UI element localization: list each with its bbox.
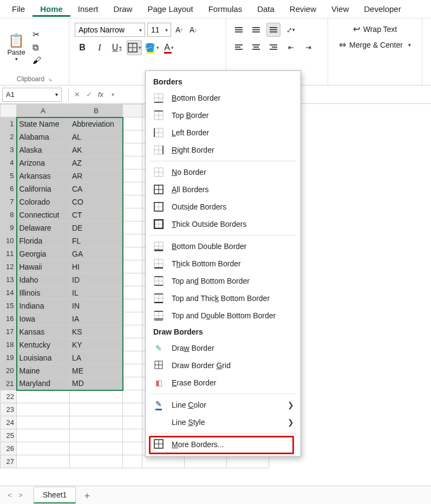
cell[interactable]: Kansas [17, 325, 70, 338]
row-header[interactable]: 6 [1, 182, 17, 195]
cell[interactable]: Arizona [17, 156, 70, 169]
cell[interactable] [142, 455, 185, 468]
row-header[interactable]: 15 [1, 299, 17, 312]
sheet-tab-active[interactable]: Sheet1 [34, 487, 76, 503]
row-header[interactable]: 17 [1, 325, 17, 338]
cell[interactable] [123, 377, 142, 390]
wrap-text-button[interactable]: ↩ Wrap Text [351, 23, 400, 35]
cell[interactable] [123, 273, 142, 286]
align-middle-button[interactable] [249, 23, 263, 37]
cell[interactable] [185, 455, 227, 468]
cell[interactable] [17, 429, 70, 442]
row-header[interactable]: 4 [1, 156, 17, 169]
cell[interactable] [123, 325, 142, 338]
cell[interactable] [123, 182, 142, 195]
cell[interactable] [17, 416, 70, 429]
border-menu-item[interactable]: ◧Erase Border [146, 374, 301, 391]
border-menu-item[interactable]: Left Border [146, 124, 301, 141]
border-menu-item[interactable]: Bottom Border [146, 89, 301, 107]
cell[interactable]: DE [70, 221, 123, 234]
cell[interactable]: IL [70, 286, 123, 299]
cell[interactable] [70, 429, 123, 442]
border-menu-item[interactable]: Top and Double Bottom Border [146, 307, 301, 324]
cell[interactable]: Georgia [17, 247, 70, 260]
row-header[interactable]: 2 [1, 130, 17, 143]
cell[interactable]: LA [70, 351, 123, 364]
cell[interactable] [70, 390, 123, 403]
cell[interactable] [123, 247, 142, 260]
orientation-button[interactable]: ⤢▾ [284, 23, 298, 37]
border-menu-item[interactable]: Top and Bottom Border [146, 272, 301, 290]
row-header[interactable]: 18 [1, 338, 17, 351]
row-header[interactable]: 19 [1, 351, 17, 364]
row-header[interactable]: 9 [1, 221, 17, 234]
select-all-corner[interactable] [1, 104, 17, 117]
row-header[interactable]: 27 [1, 455, 17, 468]
cell[interactable] [70, 403, 123, 416]
cell[interactable]: HI [70, 260, 123, 273]
cell[interactable]: AZ [70, 156, 123, 169]
cut-button[interactable]: ✂ [32, 29, 41, 40]
cell[interactable] [70, 455, 123, 468]
increase-font-size-button[interactable]: A↑ [173, 24, 185, 36]
align-top-button[interactable] [232, 23, 246, 37]
cell[interactable]: CO [70, 195, 123, 208]
cell[interactable] [123, 312, 142, 325]
cell[interactable]: Delaware [17, 221, 70, 234]
cell[interactable]: Abbreviation [70, 117, 123, 130]
cell[interactable] [123, 117, 142, 130]
cancel-formula-button[interactable]: ✕ [71, 90, 83, 99]
cell[interactable] [123, 338, 142, 351]
border-menu-item[interactable]: Top Border [146, 107, 301, 124]
decrease-font-size-button[interactable]: A↓ [187, 24, 199, 36]
fill-color-button[interactable]: 🪣▾ [144, 40, 159, 55]
cell[interactable] [123, 221, 142, 234]
tab-page-layout[interactable]: Page Layout [140, 1, 200, 17]
cell[interactable]: CT [70, 208, 123, 221]
tab-developer[interactable]: Developer [356, 1, 408, 17]
copy-button[interactable]: ⧉ [32, 43, 41, 53]
align-right-button[interactable] [266, 40, 280, 54]
border-menu-item[interactable]: ✎Draw Border [146, 339, 301, 357]
cell[interactable] [227, 455, 269, 468]
col-header-b[interactable]: B [70, 104, 123, 117]
cell[interactable] [123, 169, 142, 182]
decrease-indent-button[interactable]: ⇤ [284, 40, 298, 54]
cell[interactable]: Alabama [17, 130, 70, 143]
merge-center-button[interactable]: ⇔ Merge & Center ▾ [337, 38, 413, 51]
cell[interactable]: KS [70, 325, 123, 338]
cell[interactable]: ME [70, 364, 123, 377]
cell[interactable] [123, 455, 142, 468]
cell[interactable]: FL [70, 234, 123, 247]
cell[interactable] [123, 351, 142, 364]
tab-formulas[interactable]: Formulas [201, 1, 250, 17]
cell[interactable]: Connecticut [17, 208, 70, 221]
row-header[interactable]: 5 [1, 169, 17, 182]
col-header-a[interactable]: A [17, 104, 70, 117]
row-header[interactable]: 1 [1, 117, 17, 130]
row-header[interactable]: 10 [1, 234, 17, 247]
tab-insert[interactable]: Insert [70, 1, 106, 17]
add-sheet-button[interactable]: ＋ [82, 489, 92, 502]
cell[interactable]: AR [70, 169, 123, 182]
row-header[interactable]: 22 [1, 390, 17, 403]
cell[interactable]: MD [70, 377, 123, 390]
cell[interactable] [17, 442, 70, 455]
cell[interactable] [123, 299, 142, 312]
cell[interactable] [123, 364, 142, 377]
align-left-button[interactable] [232, 40, 246, 54]
cell[interactable] [123, 390, 142, 403]
cell[interactable] [17, 455, 70, 468]
row-header[interactable]: 16 [1, 312, 17, 325]
border-menu-item[interactable]: Thick Bottom Border [146, 255, 301, 272]
cell[interactable]: State Name [17, 117, 70, 130]
tab-home[interactable]: Home [32, 1, 70, 17]
cell[interactable] [123, 143, 142, 156]
cell[interactable]: IN [70, 299, 123, 312]
row-header[interactable]: 26 [1, 442, 17, 455]
border-menu-item[interactable]: Bottom Double Border [146, 238, 301, 255]
cell[interactable]: Maryland [17, 377, 70, 390]
clipboard-dialog-launcher[interactable]: ↘ [48, 76, 52, 82]
font-color-button[interactable]: A▾ [161, 40, 177, 55]
tab-nav-next[interactable]: > [15, 491, 26, 499]
